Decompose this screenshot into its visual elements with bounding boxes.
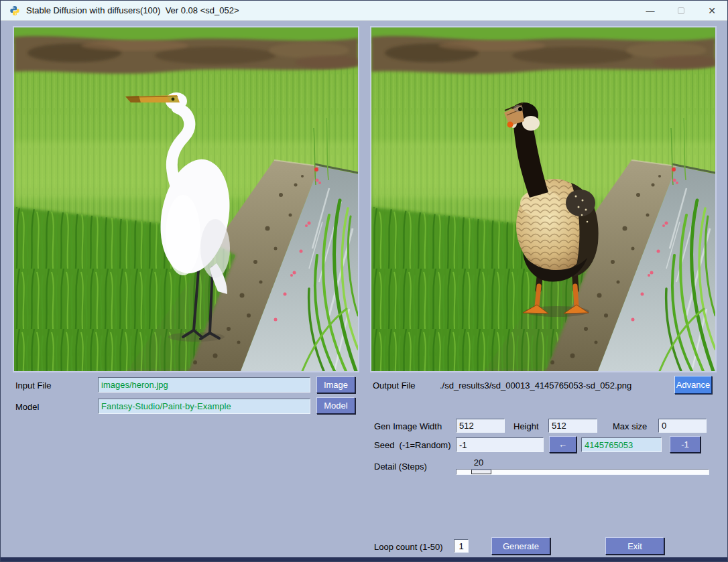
detail-steps-label: Detail (Steps) [374, 462, 427, 472]
minimize-button[interactable]: — [635, 1, 666, 21]
seed-result-field[interactable] [581, 437, 662, 452]
loop-count-field[interactable] [454, 539, 469, 553]
height-label: Height [513, 421, 539, 431]
window-title: Stable Diffusion with diffusers(100) Ver… [26, 5, 239, 15]
height-field[interactable] [548, 419, 597, 433]
model-button[interactable]: Model [316, 397, 355, 414]
gen-width-field[interactable] [456, 419, 505, 433]
close-button[interactable]: ✕ [696, 1, 727, 21]
seed-reset-button[interactable]: -1 [670, 436, 701, 453]
input-file-field[interactable] [98, 377, 310, 393]
maximize-button[interactable] [666, 1, 696, 21]
image-button[interactable]: Image [316, 376, 355, 393]
titlebar: Stable Diffusion with diffusers(100) Ver… [1, 1, 727, 21]
seed-back-button[interactable]: ← [549, 436, 577, 453]
seed-field[interactable] [456, 437, 544, 452]
advance-button[interactable]: Advance [674, 376, 712, 394]
app-window: Stable Diffusion with diffusers(100) Ver… [0, 0, 728, 562]
max-size-field[interactable] [658, 419, 707, 433]
output-image [370, 26, 717, 372]
detail-steps-slider[interactable] [456, 469, 709, 475]
generate-button[interactable]: Generate [491, 537, 550, 555]
maximize-icon [678, 7, 684, 14]
detail-steps-value: 20 [465, 458, 492, 468]
window-bottom-border [1, 557, 727, 561]
python-app-icon [9, 5, 20, 16]
gen-width-label: Gen Image Width [374, 421, 442, 431]
max-size-label: Max size [613, 421, 647, 431]
seed-label: Seed (-1=Random) [374, 440, 451, 450]
input-image [13, 26, 359, 372]
output-file-path: ./sd_results3/sd_00013_4145765053-sd_052… [440, 380, 631, 391]
output-file-label: Output File [373, 380, 416, 391]
loop-count-label: Loop count (1-50) [374, 542, 443, 552]
slider-handle[interactable] [471, 470, 491, 474]
input-file-label: Input File [15, 380, 51, 391]
model-label: Model [15, 402, 39, 412]
exit-button[interactable]: Exit [605, 537, 664, 555]
model-field[interactable] [98, 399, 310, 414]
